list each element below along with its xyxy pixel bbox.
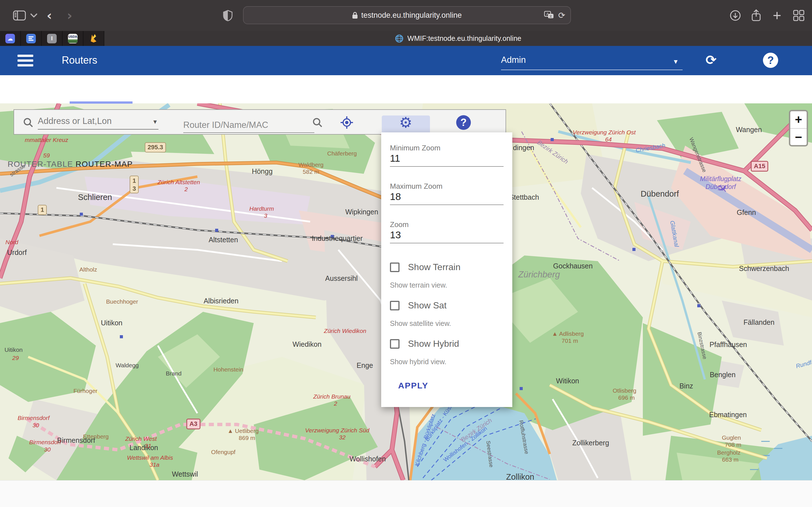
search-icon bbox=[20, 110, 36, 135]
map-zoom-control: + − bbox=[789, 110, 808, 147]
menu-button[interactable] bbox=[17, 55, 33, 66]
map-label: Stettbach bbox=[509, 193, 539, 202]
max-zoom-underline bbox=[390, 205, 504, 205]
map-label: Buechhoger bbox=[106, 298, 138, 305]
map-station-marker bbox=[520, 387, 523, 390]
tab-router-map[interactable]: ROUTER-MAP bbox=[75, 160, 133, 169]
map-label: Zollikerberg bbox=[572, 439, 609, 447]
map-label: 663 m bbox=[722, 456, 739, 463]
map-station-marker bbox=[697, 304, 700, 307]
privacy-shield-icon[interactable] bbox=[220, 0, 235, 31]
forward-button[interactable]: › bbox=[63, 0, 77, 31]
active-tab[interactable]: WMIF:testnode.eu.thingularity.online bbox=[104, 31, 812, 46]
refresh-button[interactable]: ⟳ bbox=[702, 51, 720, 69]
downloads-icon[interactable] bbox=[727, 0, 744, 31]
map-label: Binz bbox=[679, 382, 693, 390]
map-label: ▲ Uetliberg bbox=[227, 428, 259, 434]
active-tab-indicator bbox=[70, 101, 133, 104]
new-tab-icon[interactable]: + bbox=[769, 0, 785, 31]
map-station-marker bbox=[632, 248, 636, 251]
tab-overview-icon[interactable] bbox=[790, 0, 808, 31]
url-text: testnode.eu.thingularity.online bbox=[361, 11, 462, 20]
pinned-tab-firebase[interactable] bbox=[84, 31, 104, 46]
map-settings-panel: Minimum Zoom 11 Maximum Zoom 18 Zoom 13 … bbox=[381, 132, 512, 407]
zoom-in-button[interactable]: + bbox=[790, 111, 807, 128]
chevron-down-icon[interactable] bbox=[28, 0, 40, 31]
map-label: Höngg bbox=[252, 167, 273, 175]
pinned-tab-icloud[interactable]: ☁ bbox=[0, 31, 20, 46]
map-label: Witikon bbox=[556, 377, 579, 385]
map-label: 869 m bbox=[239, 435, 255, 441]
map-label: Hohenstein bbox=[213, 366, 243, 373]
map-label: Aussersihl bbox=[325, 274, 357, 283]
map-route-badge: A15 bbox=[751, 161, 768, 172]
map-help-icon[interactable]: ? bbox=[455, 110, 472, 135]
tab-strip: ☁ I USDA WMIF:testnode.eu.thingularity bbox=[0, 31, 812, 46]
zoom-input[interactable]: 13 bbox=[390, 229, 401, 240]
map-label: Otlisberg bbox=[613, 387, 637, 394]
map-label: 59 bbox=[43, 152, 50, 159]
show-terrain-checkbox[interactable] bbox=[390, 263, 400, 272]
show-hybrid-label: Show Hybrid bbox=[408, 339, 459, 349]
zoom-underline bbox=[390, 243, 504, 243]
map-label: 2 bbox=[185, 186, 188, 193]
map-label: ▲ Adlisberg bbox=[552, 330, 583, 337]
map-label: Schlieren bbox=[78, 193, 112, 202]
show-sat-label: Show Sat bbox=[408, 300, 447, 311]
map-label: Altstetten bbox=[209, 236, 238, 244]
map-label: Wettswil bbox=[172, 470, 198, 478]
apply-button[interactable]: APPLY bbox=[398, 381, 428, 390]
screen: ‹ › testnode.eu.thingularity.online A文 ⟳… bbox=[0, 0, 812, 507]
pinned-tab-info[interactable]: I bbox=[42, 31, 62, 46]
page-footer bbox=[0, 480, 812, 507]
max-zoom-label: Maximum Zoom bbox=[390, 182, 442, 191]
map-label: Albisrieden bbox=[204, 297, 239, 305]
map-label: Gockhausen bbox=[553, 262, 593, 270]
map-label: Wangen bbox=[736, 126, 762, 134]
reload-icon[interactable]: ⟳ bbox=[558, 10, 565, 20]
sidebar-toggle-icon[interactable] bbox=[11, 0, 28, 31]
user-select[interactable]: Admin ▾ bbox=[501, 53, 682, 70]
pinned-tab-usda[interactable]: USDA bbox=[63, 31, 83, 46]
tab-router-table[interactable]: ROUTER-TABLE bbox=[8, 160, 73, 169]
translate-icon[interactable]: A文 bbox=[544, 11, 554, 19]
map-label: Ettenberg bbox=[83, 433, 109, 440]
map-label: mmattaler Kreuz bbox=[25, 136, 68, 144]
map-label: 32 bbox=[339, 434, 345, 441]
zoom-out-button[interactable]: − bbox=[790, 129, 807, 146]
address-search-select[interactable]: Address or Lat,Lon ▾ bbox=[38, 114, 158, 129]
gear-icon[interactable]: ⚙ bbox=[397, 110, 415, 135]
map-label: 582 m bbox=[303, 168, 319, 175]
show-sat-checkbox[interactable] bbox=[390, 301, 400, 311]
map-label: 696 m bbox=[618, 394, 635, 401]
header-help-button[interactable]: ? bbox=[763, 53, 778, 68]
pinned-tab-docs[interactable] bbox=[21, 31, 41, 46]
map-label: Altholz bbox=[79, 266, 97, 273]
map-label: Verzweigung Zürich Ost bbox=[573, 129, 636, 136]
locate-icon[interactable] bbox=[338, 110, 356, 135]
router-search-input[interactable]: Router ID/Name/MAC bbox=[183, 119, 314, 133]
map-label: Enge bbox=[357, 361, 373, 370]
show-hybrid-checkbox[interactable] bbox=[390, 339, 400, 349]
min-zoom-input[interactable]: 11 bbox=[390, 153, 400, 164]
share-icon[interactable] bbox=[748, 0, 765, 31]
map-label: Dübendorf bbox=[641, 189, 679, 199]
max-zoom-input[interactable]: 18 bbox=[390, 191, 401, 202]
url-bar[interactable]: testnode.eu.thingularity.online A文 ⟳ bbox=[243, 6, 571, 24]
map-label: Urdorf bbox=[7, 248, 27, 257]
usda-icon: USDA bbox=[68, 34, 78, 43]
map-label: Waldberg bbox=[298, 161, 323, 168]
map-label: Brand bbox=[166, 370, 182, 377]
router-search-icon[interactable] bbox=[310, 110, 325, 135]
map-route-badge: A3 bbox=[186, 418, 200, 429]
map-station-marker bbox=[80, 213, 83, 216]
map-label: Zürich Altstetten bbox=[158, 179, 200, 186]
show-sat-helper: Show satellite view. bbox=[390, 320, 451, 328]
address-placeholder: Address or Lat,Lon bbox=[38, 116, 112, 126]
info-icon: I bbox=[47, 34, 57, 43]
map-label: Industriequartier bbox=[312, 234, 363, 242]
back-button[interactable]: ‹ bbox=[42, 0, 56, 31]
map-label: Birmensdorf bbox=[29, 439, 61, 446]
icloud-icon: ☁ bbox=[5, 34, 15, 43]
min-zoom-label: Minimum Zoom bbox=[390, 144, 441, 152]
